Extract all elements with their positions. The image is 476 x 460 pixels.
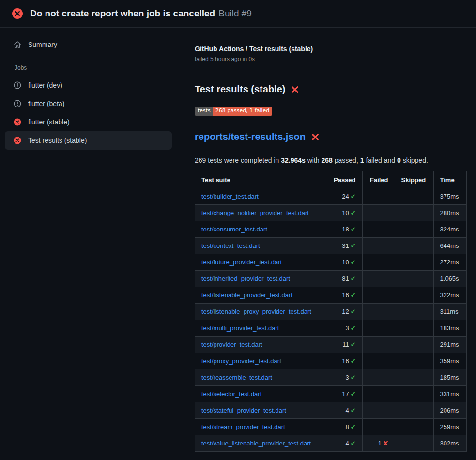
check-run-titles: Do not create report when job is cancell… [30, 8, 252, 19]
table-row: test/context_test.dart31✔644ms [195, 238, 467, 254]
column-header: Passed [327, 171, 363, 188]
summary-text: passed, [333, 156, 360, 164]
check-icon: ✔ [351, 341, 356, 348]
test-suite-cell: test/future_provider_test.dart [195, 254, 327, 271]
section-heading: Test results (stable) [195, 84, 476, 95]
test-suite-link[interactable]: test/consumer_test.dart [201, 226, 267, 233]
test-suite-link[interactable]: test/multi_provider_test.dart [201, 324, 279, 332]
passed-count: 16 [342, 357, 349, 365]
test-suite-link[interactable]: test/provider_test.dart [201, 341, 262, 348]
passed-count: 3 [345, 324, 349, 332]
check-icon: ✔ [351, 390, 356, 398]
column-header: Failed [362, 171, 395, 188]
test-suite-cell: test/listenable_provider_test.dart [195, 287, 327, 304]
test-suite-link[interactable]: test/proxy_provider_test.dart [201, 357, 281, 365]
passed-count: 10 [342, 209, 349, 216]
home-icon [14, 41, 21, 48]
check-icon: ✔ [351, 209, 356, 216]
test-suite-link[interactable]: test/stream_provider_test.dart [201, 423, 285, 430]
passed-count: 10 [342, 259, 349, 266]
table-row: test/multi_provider_test.dart3✔183ms [195, 320, 467, 337]
table-row: test/stateful_provider_test.dart4✔206ms [195, 402, 467, 419]
test-suite-link[interactable]: test/selector_test.dart [201, 390, 261, 398]
sidebar-item-summary[interactable]: Summary [5, 35, 172, 54]
time-cell: 324ms [433, 221, 466, 238]
skipped-cell [395, 304, 433, 320]
column-header: Skipped [395, 171, 433, 188]
sidebar-job-item[interactable]: flutter (stable) [5, 113, 172, 131]
summary-text: with [306, 156, 322, 164]
check-icon: ✔ [351, 407, 356, 414]
x-circle-icon [14, 137, 21, 144]
check-run-header: Do not create report when job is cancell… [0, 0, 476, 28]
test-suite-link[interactable]: test/change_notifier_provider_test.dart [201, 209, 309, 216]
test-suite-link[interactable]: test/listenable_proxy_provider_test.dart [201, 308, 311, 315]
summary-number: 0 [397, 156, 401, 164]
test-suite-cell: test/value_listenable_provider_test.dart [195, 435, 327, 452]
sidebar-job-item[interactable]: flutter (beta) [5, 94, 172, 113]
passed-cell: 11✔ [327, 337, 363, 353]
passed-cell: 12✔ [327, 304, 363, 320]
table-row: test/value_listenable_provider_test.dart… [195, 435, 467, 452]
check-icon: ✔ [351, 440, 356, 447]
badge-label: tests [195, 107, 213, 116]
sidebar-job-label: Test results (stable) [28, 137, 87, 144]
test-suite-cell: test/change_notifier_provider_test.dart [195, 205, 327, 221]
test-suite-link[interactable]: test/listenable_provider_test.dart [201, 291, 292, 299]
results-table-body: test/builder_test.dart24✔375mstest/chang… [195, 188, 467, 452]
skipped-cell [395, 353, 433, 369]
passed-cell: 3✔ [327, 320, 363, 337]
failed-cell [362, 369, 395, 386]
failed-cell: 1✘ [362, 435, 395, 452]
failed-cell [362, 287, 395, 304]
exclamation-circle-icon [14, 100, 21, 107]
report-link[interactable]: reports/test-results.json [195, 131, 306, 142]
sidebar-job-item[interactable]: Test results (stable) [5, 131, 172, 150]
column-header: Test suite [195, 171, 327, 188]
passed-count: 31 [342, 242, 349, 249]
test-suite-link[interactable]: test/stateful_provider_test.dart [201, 407, 286, 414]
sidebar-job-label: flutter (dev) [28, 81, 62, 89]
main-content: GitHub Actions / Test results (stable) f… [177, 28, 476, 452]
sidebar-job-item[interactable]: flutter (dev) [5, 76, 172, 94]
test-suite-link[interactable]: test/value_listenable_provider_test.dart [201, 440, 311, 447]
passed-cell: 18✔ [327, 221, 363, 238]
table-row: test/listenable_provider_test.dart16✔322… [195, 287, 467, 304]
tests-badge: tests 268 passed, 1 failed [195, 107, 272, 116]
test-suite-link[interactable]: test/context_test.dart [201, 242, 260, 249]
test-suite-cell: test/consumer_test.dart [195, 221, 327, 238]
passed-cell: 24✔ [327, 188, 363, 205]
passed-count: 17 [342, 390, 349, 398]
check-icon: ✔ [351, 259, 356, 266]
test-suite-link[interactable]: test/inherited_provider_test.dart [201, 275, 290, 282]
sidebar-item-label: Summary [28, 41, 57, 48]
time-cell: 1.065s [433, 271, 466, 287]
check-icon: ✔ [351, 291, 356, 299]
skipped-cell [395, 386, 433, 402]
breadcrumb: GitHub Actions / Test results (stable) [195, 45, 476, 53]
table-row: test/provider_test.dart11✔291ms [195, 337, 467, 353]
time-cell: 322ms [433, 287, 466, 304]
failed-cell [362, 188, 395, 205]
passed-count: 4 [345, 407, 349, 414]
passed-cell: 81✔ [327, 271, 363, 287]
failed-cell [362, 386, 395, 402]
test-suite-cell: test/stream_provider_test.dart [195, 419, 327, 435]
test-suite-link[interactable]: test/builder_test.dart [201, 193, 259, 200]
skipped-cell [395, 271, 433, 287]
passed-count: 16 [342, 291, 349, 299]
check-icon: ✔ [351, 357, 356, 365]
time-cell: 280ms [433, 205, 466, 221]
test-suite-cell: test/stateful_provider_test.dart [195, 402, 327, 419]
skipped-cell [395, 419, 433, 435]
time-cell: 644ms [433, 238, 466, 254]
table-row: test/selector_test.dart17✔331ms [195, 386, 467, 402]
time-cell: 311ms [433, 304, 466, 320]
passed-count: 12 [342, 308, 349, 315]
test-suite-link[interactable]: test/reassemble_test.dart [201, 374, 272, 381]
check-run-title: Do not create report when job is cancell… [30, 8, 215, 18]
test-suite-cell: test/listenable_proxy_provider_test.dart [195, 304, 327, 320]
test-suite-link[interactable]: test/future_provider_test.dart [201, 259, 282, 266]
failed-cell [362, 402, 395, 419]
build-number: Build #9 [218, 8, 252, 18]
